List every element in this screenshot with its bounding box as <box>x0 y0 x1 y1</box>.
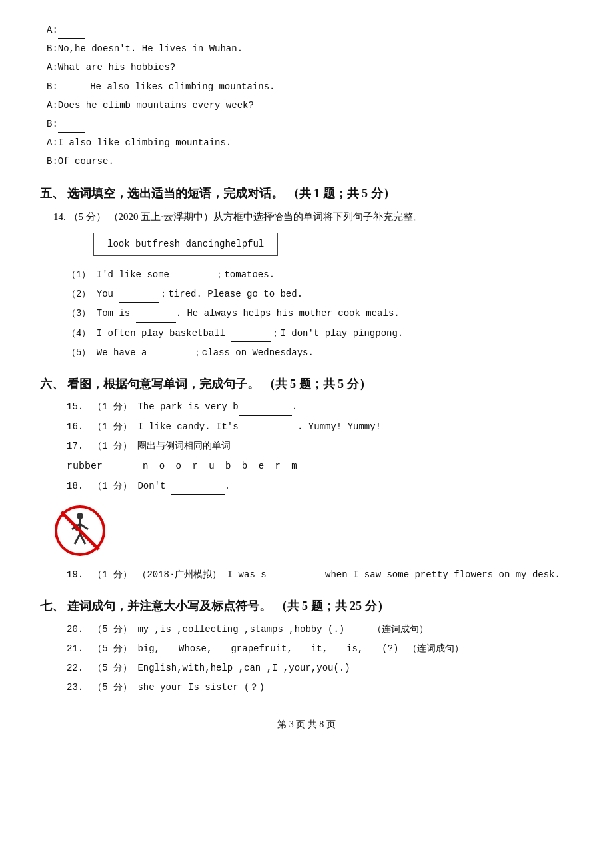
blank-18 <box>171 494 225 495</box>
blank-a1 <box>58 38 85 39</box>
word-box-container: look butfresh dancinghelpful <box>73 229 573 263</box>
q19: 19. （1 分） （2018·广州模拟） I was s when I saw… <box>67 567 573 583</box>
section7-title: 七、 连词成句，并注意大小写及标点符号。 <box>40 595 271 617</box>
blank-14-3 <box>136 322 176 323</box>
section6-q19: 19. （1 分） （2018·广州模拟） I was s when I saw… <box>40 567 573 583</box>
dialog-line-b1: B:No,he doesn't. He lives in Wuhan. <box>47 41 573 57</box>
blank-b2 <box>58 95 85 95</box>
q21: 21. （5 分） big, Whose, grapefruit, it, is… <box>67 641 573 657</box>
q14-sub2: （2） You ；tired. Please go to bed. <box>67 286 573 303</box>
word-box: look butfresh dancinghelpful <box>93 233 278 256</box>
q18: 18. （1 分） Don't . <box>67 478 573 495</box>
q17-label: 17. （1 分） 圈出与例词相同的单词 <box>67 438 573 455</box>
q17-word: rubber <box>67 457 103 475</box>
section5-score: （共 1 题；共 5 分） <box>287 183 395 204</box>
section6-title: 六、 看图，根据句意写单词，完成句子。 <box>40 373 259 395</box>
no-sign-image <box>53 504 107 557</box>
blank-14-5 <box>153 361 193 361</box>
dialog-section: A: B:No,he doesn't. He lives in Wuhan. A… <box>40 22 573 171</box>
section7-header: 七、 连词成句，并注意大小写及标点符号。 （共 5 题；共 25 分） <box>40 595 573 617</box>
blank-19 <box>267 583 320 583</box>
dialog-line-a1: A: <box>47 22 573 39</box>
blank-14-1 <box>175 283 215 283</box>
dialog-line-b2: B: He also likes climbing mountains. <box>47 79 573 95</box>
q14-sub3: （3） Tom is . He always helps his mother … <box>67 305 573 322</box>
blank-14-4 <box>231 341 271 342</box>
blank-a4 <box>237 151 264 151</box>
q23: 23. （5 分） she your Is sister (？) <box>67 679 573 696</box>
dialog-line-a2: A:What are his hobbies? <box>47 59 573 76</box>
dialog-line-b4: B:Of course. <box>47 153 573 170</box>
q20: 20. （5 分） my ,is ,collecting ,stamps ,ho… <box>67 621 573 638</box>
section7-score: （共 5 题；共 25 分） <box>275 595 389 617</box>
dialog-line-a4: A:I also like climbing mountains. <box>47 135 573 151</box>
blank-b3 <box>58 132 85 133</box>
section6-questions: 15. （1 分） The park is very b. 16. （1 分） … <box>40 399 573 495</box>
q14-sub4: （4） I often play basketball ；I don't pla… <box>67 325 573 342</box>
svg-point-1 <box>77 513 83 519</box>
section5-q14: 14. （5 分） （2020 五上·云浮期中）从方框中选择恰当的单词将下列句子… <box>40 208 573 361</box>
q16: 16. （1 分） I like candy. It's . Yummy! Yu… <box>67 419 573 435</box>
section5-header: 五、 选词填空，选出适当的短语，完成对话。 （共 1 题；共 5 分） <box>40 183 573 204</box>
section6-header: 六、 看图，根据句意写单词，完成句子。 （共 5 题；共 5 分） <box>40 373 573 395</box>
section5-title: 五、 选词填空，选出适当的短语，完成对话。 <box>40 183 283 204</box>
q14-sub1: （1） I'd like some ；tomatoes. <box>67 267 573 283</box>
section7-questions: 20. （5 分） my ,is ,collecting ,stamps ,ho… <box>40 621 573 697</box>
blank-14-2 <box>119 302 159 303</box>
q22: 22. （5 分） English,with,help ,can ,I ,you… <box>67 660 573 677</box>
dialog-line-b3: B: <box>47 116 573 133</box>
q14-label: 14. （5 分） （2020 五上·云浮期中）从方框中选择恰当的单词将下列句子… <box>53 208 573 226</box>
section6-score: （共 5 题；共 5 分） <box>263 373 371 395</box>
dialog-line-a3: A:Does he climb mountains every week? <box>47 97 573 114</box>
q14-sub5: （5） We have a ；class on Wednesdays. <box>67 345 573 361</box>
q17-row: rubber n o o r u b b e r m <box>67 457 573 475</box>
blank-16 <box>244 435 297 435</box>
blank-15 <box>239 415 292 416</box>
q15: 15. （1 分） The park is very b. <box>67 399 573 415</box>
footer-text: 第 3 页 共 8 页 <box>277 719 336 729</box>
page-footer: 第 3 页 共 8 页 <box>40 716 573 733</box>
q17-letters: n o o r u b b e r m <box>143 458 300 475</box>
